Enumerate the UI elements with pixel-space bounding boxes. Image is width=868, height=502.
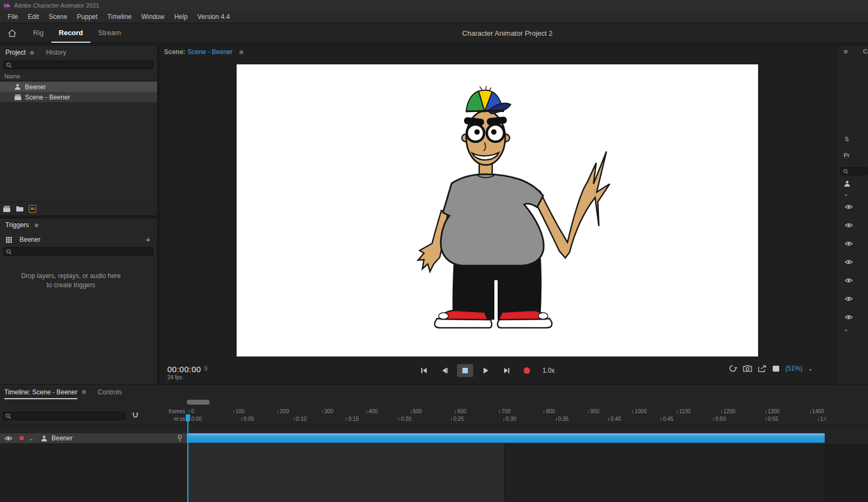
timeline-search[interactable] (3, 412, 125, 420)
snapping-icon[interactable] (132, 412, 139, 419)
workspace-tabs: RigRecordStream (25, 23, 128, 43)
tab-project[interactable]: Project (5, 49, 25, 56)
layer-visibility-toggle[interactable] (845, 241, 853, 247)
tab-history[interactable]: History (46, 49, 66, 56)
triggers-search-input[interactable] (14, 248, 153, 255)
ruler-tick: 800 (544, 408, 555, 415)
ruler-tick: 0:40 (608, 415, 621, 422)
frames-ticks[interactable]: 0100200300400500600700800900100011001200… (189, 408, 826, 415)
send-to-device-icon[interactable] (758, 365, 767, 373)
puppet-character[interactable] (410, 86, 616, 335)
time-ticks[interactable]: 0:000:050:100:150:200:250:300:350:400:45… (189, 415, 826, 422)
ruler-separator (0, 425, 868, 426)
ruler-tick: 900 (588, 408, 599, 415)
menu-item-edit[interactable]: Edit (23, 13, 44, 21)
timeline-panel-menu-icon[interactable]: ≡ (82, 388, 86, 395)
menu-item-file[interactable]: File (3, 13, 23, 21)
right-panel-truncated-label-2: Pr (844, 152, 850, 158)
menubar: FileEditScenePuppetTimelineWindowHelpVer… (0, 11, 868, 23)
track-expand-chevron-icon[interactable]: ⌄ (29, 435, 34, 441)
playhead-line[interactable] (187, 421, 188, 502)
track-label[interactable]: Beener (51, 434, 73, 442)
menu-item-scene[interactable]: Scene (44, 13, 72, 21)
right-panel-search-input[interactable] (850, 168, 867, 175)
record-arm-dot[interactable] (19, 436, 24, 440)
timeline-zoom-scrollbar[interactable] (187, 400, 210, 405)
add-trigger-button[interactable]: + (146, 234, 151, 246)
trigger-set-name[interactable]: Beener (19, 236, 41, 243)
go-to-start-button[interactable] (416, 364, 432, 377)
tab-timeline[interactable]: Timeline: Scene - Beener (4, 385, 77, 399)
ruler-tick: 0:55 (766, 415, 778, 422)
project-item-beener[interactable]: Beener (0, 82, 157, 92)
ruler-tick: 1100 (677, 408, 691, 415)
stop-button[interactable] (457, 364, 473, 377)
pin-icon[interactable] (177, 434, 183, 442)
timeline-scene-duration-area[interactable] (187, 444, 504, 502)
timeline-search-input[interactable] (13, 412, 125, 420)
layers-more-chevron-icon[interactable]: ⌄ (844, 326, 849, 332)
scene-panel-menu-icon[interactable]: ≡ (239, 49, 244, 56)
workspace-bar: RigRecordStream Character Animator Proje… (0, 23, 868, 43)
frame-indicator: 0 (204, 366, 207, 372)
timeline-panel: Timeline: Scene - Beener ≡ Controls fram… (0, 384, 868, 502)
ruler-tick: 0:05 (242, 415, 254, 422)
previous-frame-button[interactable] (436, 364, 453, 377)
stage-canvas[interactable] (237, 64, 758, 356)
timeline-after-scene-area[interactable] (504, 444, 825, 502)
layer-visibility-toggle[interactable] (845, 296, 853, 302)
menu-item-puppet[interactable]: Puppet (72, 13, 102, 21)
layer-visibility-toggle[interactable] (845, 204, 853, 210)
timeline-track-header[interactable]: ⌄ Beener (0, 433, 187, 443)
menu-item-help[interactable]: Help (169, 13, 193, 21)
snapshot-icon[interactable] (743, 365, 752, 372)
menu-item-window[interactable]: Window (136, 13, 169, 21)
illustrator-file-icon[interactable]: Ai (29, 205, 36, 213)
name-column-header[interactable]: Name (0, 72, 157, 81)
ruler-tick: 200 (278, 408, 289, 415)
play-button[interactable] (478, 364, 494, 377)
project-item-scene-beener[interactable]: Scene - Beener (0, 92, 157, 102)
project-title: Character Animator Project 2 (462, 23, 553, 44)
ruler-tick: 500 (411, 408, 422, 415)
timeline-track-bar[interactable] (187, 433, 825, 443)
record-button[interactable] (519, 364, 535, 377)
right-panel-menu-icon[interactable]: ≡ (844, 48, 848, 55)
triggers-search[interactable] (3, 247, 153, 256)
project-search[interactable] (3, 61, 153, 69)
folder-icon[interactable] (16, 206, 24, 212)
ruler-tick: 0:30 (504, 415, 516, 422)
menu-item-timeline[interactable]: Timeline (102, 13, 136, 21)
zoom-level[interactable]: (51%) (785, 365, 802, 372)
triggers-panel-menu-icon[interactable]: ≡ (35, 222, 39, 229)
playhead-handle[interactable] (186, 414, 190, 421)
project-panel-menu-icon[interactable]: ≡ (30, 49, 34, 56)
loop-toggle-icon[interactable] (728, 364, 738, 373)
project-search-input[interactable] (14, 61, 153, 69)
menu-item-version-4-4[interactable]: Version 4.4 (192, 13, 234, 21)
layer-item-icon[interactable] (844, 180, 851, 187)
next-frame-button[interactable] (498, 364, 514, 377)
workspace-tab-record[interactable]: Record (51, 23, 91, 43)
layer-visibility-toggle[interactable] (845, 222, 853, 228)
workspace-tab-rig[interactable]: Rig (25, 23, 51, 43)
layer-visibility-toggle[interactable] (845, 259, 853, 265)
zoom-chevron-icon[interactable]: ⌄ (808, 366, 813, 372)
tab-controls[interactable]: Controls (98, 388, 122, 396)
home-button[interactable] (8, 29, 17, 37)
search-icon (6, 62, 12, 68)
track-visibility-eye-icon[interactable] (4, 435, 12, 441)
stage-background-icon[interactable] (772, 365, 780, 372)
puppet-shirt (441, 174, 544, 266)
new-scene-icon[interactable] (3, 205, 11, 213)
layer-expand-chevron-icon[interactable]: ⌄ (844, 191, 849, 197)
playback-speed[interactable]: 1.0x (539, 366, 558, 375)
scene-name-link[interactable]: Scene - Beener (187, 48, 232, 56)
timeline-left-area (0, 444, 187, 502)
right-panel-search[interactable] (840, 167, 867, 175)
ruler-tick: 1300 (766, 408, 780, 415)
workspace-tab-stream[interactable]: Stream (90, 23, 128, 43)
layer-visibility-toggle[interactable] (845, 278, 853, 283)
layer-visibility-toggle[interactable] (845, 314, 853, 320)
stop-icon (462, 367, 468, 374)
